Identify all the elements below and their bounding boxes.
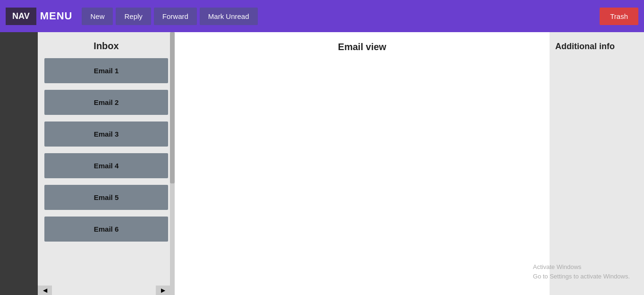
- mark-unread-button[interactable]: Mark Unread: [200, 8, 258, 25]
- windows-activation-line2: Go to Settings to activate Windows.: [533, 272, 630, 281]
- main-content: Inbox Email 1Email 2Email 3Email 4Email …: [0, 32, 644, 295]
- additional-info-title: Additional info: [550, 32, 644, 52]
- inbox-panel: Inbox Email 1Email 2Email 3Email 4Email …: [38, 32, 175, 295]
- windows-activation-line1: Activate Windows: [533, 262, 630, 272]
- new-button[interactable]: New: [82, 8, 113, 25]
- navbar: NAV MENU New Reply Forward Mark Unread T…: [0, 0, 644, 32]
- inbox-scroll-thumb[interactable]: [170, 32, 175, 183]
- email-item-2[interactable]: Email 2: [44, 90, 168, 115]
- inbox-title: Inbox: [38, 32, 175, 58]
- email-item-6[interactable]: Email 6: [44, 217, 168, 242]
- email-list: Email 1Email 2Email 3Email 4Email 5Email…: [38, 58, 175, 295]
- email-view-panel: Email view: [175, 32, 550, 295]
- email-item-1[interactable]: Email 1: [44, 58, 168, 83]
- email-item-3[interactable]: Email 3: [44, 121, 168, 147]
- email-item-4[interactable]: Email 4: [44, 153, 168, 178]
- additional-info-panel: Additional info: [550, 32, 644, 295]
- inbox-scrollbar[interactable]: [170, 32, 175, 295]
- nav-sidebar: [0, 32, 38, 295]
- email-item-5[interactable]: Email 5: [44, 185, 168, 210]
- h-scroll-right-arrow[interactable]: ▶: [156, 286, 170, 295]
- email-view-title: Email view: [175, 32, 550, 52]
- windows-activation: Activate Windows Go to Settings to activ…: [533, 262, 630, 281]
- trash-button[interactable]: Trash: [600, 8, 638, 25]
- menu-label: MENU: [40, 10, 73, 22]
- h-scroll-left-arrow[interactable]: ◀: [38, 286, 52, 295]
- reply-button[interactable]: Reply: [116, 8, 151, 25]
- nav-label: NAV: [6, 8, 36, 25]
- forward-button[interactable]: Forward: [154, 8, 197, 25]
